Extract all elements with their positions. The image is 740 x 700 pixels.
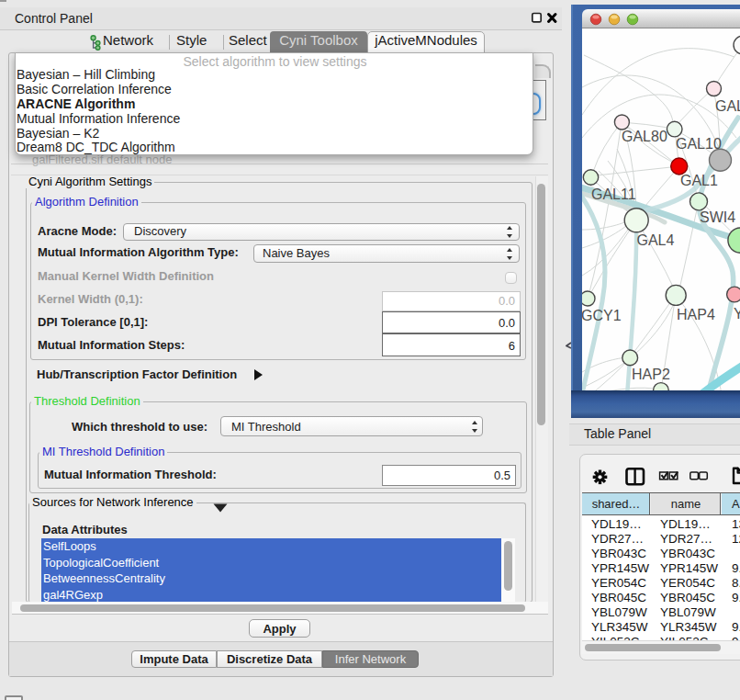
svg-text:SWI4: SWI4 [700, 209, 735, 225]
svg-text:GAL11: GAL11 [591, 186, 636, 202]
svg-text:GAL4: GAL4 [637, 232, 675, 248]
svg-text:GAL2: GAL2 [715, 98, 740, 114]
svg-text:GAL1: GAL1 [680, 173, 718, 188]
svg-text:HAP4: HAP4 [677, 307, 715, 322]
svg-text:GCY1: GCY1 [582, 308, 622, 323]
svg-text:GAL80: GAL80 [622, 129, 667, 144]
svg-text:GAL10: GAL10 [676, 136, 722, 152]
svg-text:HAP2: HAP2 [632, 367, 670, 382]
svg-text:Y: Y [734, 306, 740, 322]
